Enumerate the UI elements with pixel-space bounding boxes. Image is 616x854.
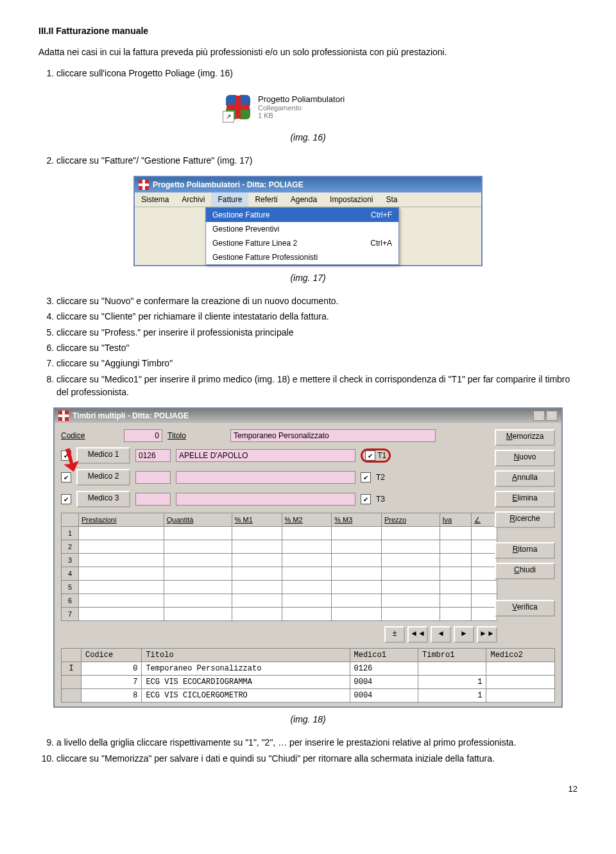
caption-18: (img. 18): [38, 714, 578, 724]
intro-paragraph: Adatta nei casi in cui la fattura preved…: [38, 46, 578, 59]
step-1: cliccare sull'icona Progetto Poliage (im…: [56, 67, 578, 80]
bcol-medico2[interactable]: Medico2: [486, 649, 555, 662]
medico2-code-field[interactable]: [135, 471, 171, 484]
menu-referti[interactable]: Referti: [248, 192, 284, 207]
step-3: cliccare su "Nuovo" e confermare la crea…: [56, 295, 578, 307]
grid-row-6[interactable]: 6: [62, 594, 79, 608]
nuovo-button[interactable]: Nuovo: [495, 450, 555, 466]
titolo-label: Titolo: [167, 431, 225, 440]
medico2-button[interactable]: Medico 2: [76, 469, 130, 486]
col-angle[interactable]: ∠: [472, 513, 497, 527]
ritorna-button[interactable]: Ritorna: [495, 542, 555, 559]
dropdown-gestione-preventivi[interactable]: Gestione Preventivi: [206, 222, 398, 236]
medico3-code-field[interactable]: [135, 493, 171, 506]
t1-label: T1: [377, 451, 386, 460]
nav-prev[interactable]: ◄: [431, 626, 451, 643]
fatture-dropdown: Gestione Fatture Ctrl+F Gestione Prevent…: [205, 207, 399, 265]
elimina-button[interactable]: Elimina: [495, 491, 555, 508]
menu-archivi[interactable]: Archivi: [175, 192, 211, 207]
verifica-button[interactable]: Verifica: [495, 600, 555, 617]
step-9: a livello della griglia cliccare rispett…: [56, 736, 578, 749]
minimize-button[interactable]: _: [533, 411, 545, 421]
caption-17: (img. 17): [38, 273, 578, 283]
bottom-row[interactable]: I 0 Temporaneo Personalizzato 0126: [62, 662, 555, 676]
t3-checkbox[interactable]: ✔: [361, 494, 371, 504]
step-4: cliccare su "Cliente" per richiamare il …: [56, 310, 578, 323]
menubar: Sistema Archivi Fatture Referti Agenda I…: [135, 192, 481, 207]
medico1-code-field[interactable]: 0126: [135, 449, 171, 462]
grid-row-7[interactable]: 7: [62, 608, 79, 621]
codice-field[interactable]: 0: [124, 429, 162, 442]
shortcut-size: 1 KB: [258, 112, 345, 119]
nav-next[interactable]: ►: [454, 626, 474, 643]
t2-checkbox[interactable]: ✔: [361, 472, 371, 483]
t3-label: T3: [376, 495, 385, 504]
medico3-checkbox[interactable]: ✔: [61, 494, 71, 504]
shortcut-type: Collegamento: [258, 104, 345, 112]
grid-row-2[interactable]: 2: [62, 540, 79, 554]
col-m2[interactable]: % M2: [282, 513, 332, 527]
section-title: III.II Fatturazione manuale: [38, 26, 578, 36]
timbri-window-title: Timbri multipli - Ditta: POLIAGE: [73, 411, 189, 420]
bottom-row[interactable]: 8 ECG VIS CICLOERGOMETRO 0004 1: [62, 689, 555, 703]
annulla-button[interactable]: Annulla: [495, 470, 555, 487]
t1-checkbox[interactable]: ✔: [365, 450, 375, 461]
col-m3[interactable]: % M3: [332, 513, 382, 527]
nav-first[interactable]: ◄◄: [407, 626, 428, 643]
medico2-name-field[interactable]: [176, 471, 355, 484]
memorizza-button[interactable]: Memorizza: [495, 429, 555, 446]
nav-last[interactable]: ►►: [477, 626, 497, 643]
medico3-name-field[interactable]: [176, 493, 355, 506]
ricerche-button[interactable]: Ricerche: [495, 511, 555, 528]
timbri-window: Timbri multipli - Ditta: POLIAGE _ □ ➘ M…: [53, 407, 563, 708]
bottom-row[interactable]: 7 ECG VIS ECOCARDIOGRAMMA 0004 1: [62, 676, 555, 689]
col-m1[interactable]: % M1: [232, 513, 282, 527]
grid-row-4[interactable]: 4: [62, 567, 79, 581]
menu-agenda[interactable]: Agenda: [284, 192, 323, 207]
col-quantita[interactable]: Quantità: [164, 513, 232, 527]
chiudi-button[interactable]: Chiudi: [495, 563, 555, 579]
maximize-button[interactable]: □: [546, 411, 558, 421]
prestazioni-grid: Prestazioni Quantità % M1 % M2 % M3 Prez…: [61, 513, 555, 643]
step-10: cliccare su "Memorizza" per salvare i da…: [56, 752, 578, 765]
caption-16: (img. 16): [38, 132, 578, 142]
dropdown-gestione-fatture-professionisti[interactable]: Gestione Fatture Professionisti: [206, 250, 398, 264]
col-prestazioni[interactable]: Prestazioni: [79, 513, 164, 527]
app-icon: [58, 411, 69, 421]
medico1-name-field[interactable]: APELLE D'APOLLO: [176, 449, 355, 462]
shortcut-figure: ↗ Progetto Poliambulatori Collegamento 1…: [221, 91, 395, 123]
menu-impostazioni[interactable]: Impostazioni: [323, 192, 379, 207]
bottom-list: Codice Titolo Medico1 Timbro1 Medico2 I …: [61, 648, 555, 703]
grid-row-1[interactable]: 1: [62, 527, 79, 540]
bcol-codice[interactable]: Codice: [81, 649, 142, 662]
t1-annotation-circle: ✔ T1: [361, 448, 391, 463]
bcol-medico1[interactable]: Medico1: [350, 649, 418, 662]
window-title: Progetto Poliambulatori - Ditta: POLIAGE: [153, 180, 304, 189]
bcol-titolo[interactable]: Titolo: [142, 649, 350, 662]
menu-fatture[interactable]: Fatture: [211, 192, 248, 207]
menu-figure: Progetto Poliambulatori - Ditta: POLIAGE…: [133, 176, 483, 266]
grid-row-5[interactable]: 5: [62, 581, 79, 594]
medico3-button[interactable]: Medico 3: [76, 491, 130, 508]
shortcut-name: Progetto Poliambulatori: [258, 94, 345, 104]
shortcut-arrow-icon: ↗: [223, 111, 234, 123]
step-8: cliccare su "Medico1" per inserire il pr…: [56, 373, 578, 399]
bcol-timbro1[interactable]: Timbro1: [418, 649, 486, 662]
app-icon: [139, 180, 149, 190]
step-5: cliccare su "Profess." per inserire il p…: [56, 326, 578, 339]
step-6: cliccare su "Testo": [56, 341, 578, 354]
col-iva[interactable]: Iva: [440, 513, 472, 527]
menu-sistema[interactable]: Sistema: [135, 192, 175, 207]
step-7: cliccare su "Aggiungi Timbro": [56, 357, 578, 370]
dropdown-gestione-fatture[interactable]: Gestione Fatture Ctrl+F: [206, 208, 398, 222]
nav-plusminus[interactable]: ±: [384, 626, 405, 643]
t2-label: T2: [376, 473, 385, 482]
col-prezzo[interactable]: Prezzo: [381, 513, 440, 527]
page-number: 12: [38, 784, 578, 794]
app-shortcut-icon: ↗: [225, 94, 252, 121]
step-2: cliccare su "Fatture"/ "Gestione Fatture…: [56, 154, 578, 167]
titolo-field[interactable]: Temporaneo Personalizzato: [230, 429, 436, 442]
dropdown-gestione-fatture-linea2[interactable]: Gestione Fatture Linea 2 Ctrl+A: [206, 236, 398, 250]
grid-row-3[interactable]: 3: [62, 554, 79, 567]
menu-sta[interactable]: Sta: [379, 192, 404, 207]
